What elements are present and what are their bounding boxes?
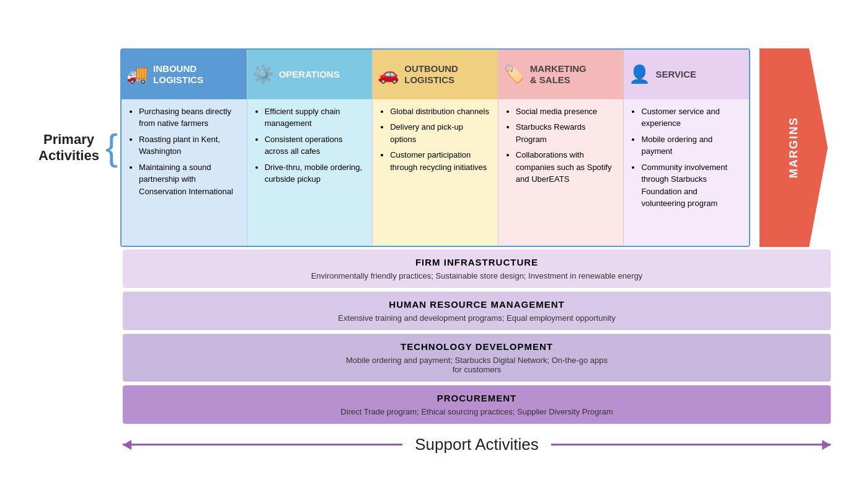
marketing-title: MARKETING & SALES — [530, 63, 587, 86]
brace-icon: { — [105, 129, 118, 166]
procurement-row: PROCUREMENT Direct Trade program; Ethica… — [123, 385, 831, 424]
inbound-logistics-column: 🚚 INBOUND LOGISTICS Purchasing beans dir… — [122, 50, 247, 246]
support-activities-label-row: Support Activities — [123, 435, 831, 454]
truck-icon: 🚚 — [126, 64, 148, 84]
service-header: 👤 SERVICE — [624, 50, 749, 99]
car-icon: 🚗 — [378, 64, 399, 84]
support-section-inner: FIRM INFRASTRUCTURE Environmentally frie… — [123, 247, 831, 454]
list-item: Customer participation through recycling… — [390, 149, 490, 173]
marketing-body: Social media presence Starbucks Rewards … — [498, 99, 624, 246]
margins-wrapper: MARGINS — [756, 48, 831, 247]
technology-development-row: TECHNOLOGY DEVELOPMENT Mobile ordering a… — [123, 334, 831, 382]
technology-development-body: Mobile ordering and payment; Starbucks D… — [135, 356, 818, 374]
outbound-title: OUTBOUND LOGISTICS — [404, 63, 458, 86]
technology-development-title: TECHNOLOGY DEVELOPMENT — [135, 341, 818, 352]
list-item: Consistent operations across all cafes — [265, 133, 365, 158]
list-item: Maintaining a sound partnership with Con… — [139, 161, 239, 198]
support-section: FIRM INFRASTRUCTURE Environmentally frie… — [123, 249, 831, 454]
inbound-list: Purchasing beans directly from native fa… — [129, 105, 239, 198]
list-item: Efficient supply chain management — [265, 105, 365, 130]
firm-infrastructure-title: FIRM INFRASTRUCTURE — [135, 257, 818, 267]
inbound-body: Purchasing beans directly from native fa… — [122, 99, 247, 246]
margins-label: MARGINS — [787, 117, 800, 178]
support-activities-label: Support Activities — [402, 435, 551, 454]
procurement-body: Direct Trade program; Ethical sourcing p… — [135, 407, 818, 416]
service-title: SERVICE — [655, 69, 696, 80]
list-item: Global distribution channels — [390, 105, 490, 118]
support-arrow-right — [551, 444, 831, 446]
list-item: Roasting plant in Kent, Washington — [139, 133, 239, 158]
operations-body: Efficient supply chain management Consis… — [247, 99, 373, 246]
diagram-container: Primary Activities { 🚚 INBOUND LOGISTICS… — [31, 36, 837, 467]
list-item: Delivery and pick-up options — [390, 121, 490, 145]
operations-header: ⚙️ OPERATIONS — [247, 50, 373, 99]
marketing-list: Social media presence Starbucks Rewards … — [506, 105, 616, 186]
firm-infrastructure-body: Environmentally friendly practices; Sust… — [135, 271, 818, 280]
primary-section: Primary Activities { 🚚 INBOUND LOGISTICS… — [37, 48, 831, 247]
list-item: Collaborations with companies such as Sp… — [516, 149, 616, 186]
hr-management-body: Extensive training and development progr… — [135, 313, 818, 323]
support-spacer — [37, 247, 105, 454]
operations-title: OPERATIONS — [279, 69, 340, 80]
primary-activities-label: Primary Activities — [37, 48, 105, 247]
margins-arrow: MARGINS — [760, 48, 828, 247]
service-column: 👤 SERVICE Customer service and experienc… — [624, 50, 749, 246]
list-item: Purchasing beans directly from native fa… — [139, 105, 239, 130]
sale-icon: 🏷️ — [503, 64, 525, 84]
list-item: Community involvement through Starbucks … — [641, 161, 742, 210]
firm-infrastructure-row: FIRM INFRASTRUCTURE Environmentally frie… — [123, 249, 831, 288]
person-icon: 👤 — [629, 64, 650, 84]
list-item: Mobile ordering and payment — [641, 133, 742, 158]
service-list: Customer service and experience Mobile o… — [631, 105, 742, 210]
columns-area: 🚚 INBOUND LOGISTICS Purchasing beans dir… — [120, 48, 750, 247]
outbound-header: 🚗 OUTBOUND LOGISTICS — [373, 50, 498, 99]
list-item: Drive-thru, mobile ordering, curbside pi… — [265, 161, 365, 186]
outbound-body: Global distribution channels Delivery an… — [373, 99, 498, 246]
hr-management-title: HUMAN RESOURCE MANAGEMENT — [135, 299, 818, 310]
support-section-wrapper: FIRM INFRASTRUCTURE Environmentally frie… — [37, 247, 831, 454]
brace-spacer — [105, 247, 123, 454]
service-body: Customer service and experience Mobile o… — [624, 99, 749, 246]
procurement-title: PROCUREMENT — [135, 393, 818, 403]
factory-icon: ⚙️ — [252, 64, 274, 84]
list-item: Starbucks Rewards Program — [516, 121, 616, 145]
outbound-logistics-column: 🚗 OUTBOUND LOGISTICS Global distribution… — [373, 50, 498, 246]
support-arrow-left — [123, 444, 402, 446]
list-item: Customer service and experience — [641, 105, 742, 130]
list-item: Social media presence — [516, 105, 616, 118]
operations-list: Efficient supply chain management Consis… — [255, 105, 365, 186]
hr-management-row: HUMAN RESOURCE MANAGEMENT Extensive trai… — [123, 292, 831, 330]
operations-column: ⚙️ OPERATIONS Efficient supply chain man… — [247, 50, 373, 246]
inbound-title: INBOUND LOGISTICS — [153, 63, 203, 86]
outbound-list: Global distribution channels Delivery an… — [380, 105, 490, 174]
marketing-header: 🏷️ MARKETING & SALES — [498, 50, 624, 99]
marketing-sales-column: 🏷️ MARKETING & SALES Social media presen… — [498, 50, 624, 246]
inbound-header: 🚚 INBOUND LOGISTICS — [122, 50, 247, 99]
